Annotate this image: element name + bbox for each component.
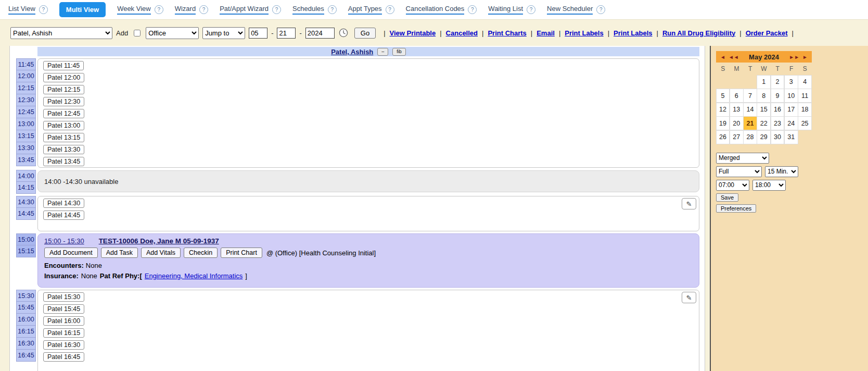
tab-wizard[interactable]: Wizard? (175, 5, 208, 15)
mini-cal-day[interactable]: 4 (798, 75, 812, 89)
mini-cal-day[interactable]: 19 (716, 116, 730, 130)
prev-month-icon[interactable]: ◄ (719, 54, 727, 60)
mini-cal-day[interactable]: 13 (730, 103, 744, 117)
mini-cal-day[interactable]: 16 (771, 103, 785, 117)
mini-cal-day[interactable]: 8 (757, 89, 771, 103)
tab-help-icon[interactable]: ? (328, 5, 337, 14)
slot-button[interactable]: Patel 16:45 (43, 352, 84, 362)
tab-help-icon[interactable]: ? (272, 5, 281, 14)
mini-cal-day[interactable]: 28 (743, 130, 757, 144)
fast-next-icon[interactable]: ►► (787, 54, 801, 60)
mini-cal-day[interactable]: 25 (798, 116, 812, 130)
slot-button[interactable]: Patel 13:30 (43, 145, 84, 154)
next-month-icon[interactable]: ► (801, 54, 809, 60)
slot-button[interactable]: Patel 11:45 (43, 61, 84, 70)
appt-action-print-chart[interactable]: Print Chart (221, 248, 262, 258)
slot-button[interactable]: Patel 13:45 (43, 157, 84, 166)
slot-button[interactable]: Patel 12:30 (43, 97, 84, 106)
go-button[interactable]: Go (354, 28, 376, 39)
mini-cal-day[interactable]: 3 (784, 75, 798, 89)
end-time-select[interactable]: 18:00 (752, 180, 786, 191)
date-day-input[interactable] (277, 28, 296, 39)
interval-select[interactable]: 15 Min. (765, 166, 798, 177)
clock-icon[interactable] (338, 28, 349, 38)
mini-cal-day[interactable]: 17 (784, 103, 798, 117)
mini-cal-day[interactable]: 18 (798, 103, 812, 117)
mini-cal-day[interactable]: 27 (730, 130, 744, 144)
tab-label[interactable]: Multi View (59, 2, 106, 17)
slot-button[interactable]: Patel 12:45 (43, 109, 84, 118)
appointment-block[interactable]: 15:00 - 15:30 TEST-10006 Doe, Jane M 05-… (37, 233, 699, 288)
toolbar-link-view-printable[interactable]: View Printable (390, 29, 436, 37)
mini-cal-day[interactable]: 23 (771, 116, 785, 130)
mini-cal-day[interactable]: 5 (716, 89, 730, 103)
slot-button[interactable]: Patel 16:15 (43, 328, 84, 338)
appt-action-add-vitals[interactable]: Add Vitals (141, 248, 181, 258)
mini-cal-day[interactable]: 1 (757, 75, 771, 89)
ref-phy-link[interactable]: Engineering, Medical Informatics (145, 272, 243, 280)
fib-button[interactable]: fib (392, 48, 406, 56)
toolbar-link-run-all-drug-eligibility[interactable]: Run All Drug Eligibility (662, 29, 735, 37)
facility-select[interactable]: Office (146, 27, 199, 39)
mini-cal-day[interactable]: 12 (716, 103, 730, 117)
tab-cancellation-codes[interactable]: Cancellation Codes? (406, 5, 477, 15)
mini-cal-day[interactable]: 10 (784, 89, 798, 103)
appt-action-checkin[interactable]: Checkin (184, 248, 218, 258)
tab-help-icon[interactable]: ? (527, 5, 535, 14)
appt-action-add-task[interactable]: Add Task (101, 248, 138, 258)
toolbar-link-order-packet[interactable]: Order Packet (746, 29, 788, 37)
mini-cal-day[interactable]: 6 (730, 89, 744, 103)
toolbar-link-print-labels[interactable]: Print Labels (565, 29, 603, 37)
provider-header-link[interactable]: Patel, Ashish (331, 48, 373, 56)
mini-cal-day[interactable]: 20 (730, 116, 744, 130)
tab-label[interactable]: Appt Types (348, 5, 382, 15)
tab-waiting-list[interactable]: Waiting List? (488, 5, 535, 15)
appointment-patient-link[interactable]: TEST-10006 Doe, Jane M 05-09-1937 (99, 237, 219, 245)
edit-icon[interactable]: ✎ (682, 292, 696, 303)
mini-cal-day[interactable]: 24 (784, 116, 798, 130)
tab-help-icon[interactable]: ? (468, 5, 477, 14)
tab-help-icon[interactable]: ? (386, 5, 394, 14)
slot-button[interactable]: Patel 15:30 (43, 292, 84, 302)
tab-help-icon[interactable]: ? (199, 5, 208, 14)
mini-cal-day[interactable]: 14 (743, 103, 757, 117)
slot-button[interactable]: Patel 13:15 (43, 133, 84, 142)
date-month-input[interactable] (249, 28, 267, 39)
mini-cal-day[interactable]: 21 (743, 116, 757, 130)
tab-appt-types[interactable]: Appt Types? (348, 5, 394, 15)
save-button[interactable]: Save (716, 193, 738, 202)
tab-new-scheduler[interactable]: New Scheduler? (547, 5, 605, 15)
slot-button[interactable]: Patel 14:45 (43, 211, 84, 220)
preferences-button[interactable]: Preferences (716, 204, 756, 213)
date-year-input[interactable] (305, 28, 335, 39)
slot-button[interactable]: Patel 15:45 (43, 304, 84, 314)
appointment-time-link[interactable]: 15:00 - 15:30 (44, 237, 84, 245)
toolbar-link-print-labels[interactable]: Print Labels (614, 29, 652, 37)
mini-cal-day[interactable]: 11 (798, 89, 812, 103)
slot-button[interactable]: Patel 14:30 (43, 199, 84, 208)
edit-icon[interactable]: ✎ (682, 198, 696, 209)
mini-cal-day[interactable]: 2 (771, 75, 785, 89)
tab-label[interactable]: Schedules (292, 5, 324, 15)
toolbar-link-print-charts[interactable]: Print Charts (488, 29, 526, 37)
zoom-select[interactable]: Full (716, 166, 762, 177)
appt-action-add-document[interactable]: Add Document (44, 248, 98, 258)
provider-select[interactable]: Patel, Ashish (10, 27, 112, 39)
tab-label[interactable]: Pat/Appt Wizard (220, 5, 269, 15)
toolbar-link-email[interactable]: Email (537, 29, 555, 37)
slot-button[interactable]: Patel 12:00 (43, 73, 84, 82)
slot-button[interactable]: Patel 16:00 (43, 316, 84, 326)
fast-prev-icon[interactable]: ◄◄ (727, 54, 741, 60)
mini-cal-day[interactable]: 26 (716, 130, 730, 144)
mini-cal-day[interactable]: 7 (743, 89, 757, 103)
mini-cal-day[interactable]: 31 (784, 130, 798, 144)
view-mode-select[interactable]: Merged (716, 153, 769, 164)
slot-button[interactable]: Patel 13:00 (43, 121, 84, 130)
tab-label[interactable]: Week View (117, 5, 151, 15)
mini-cal-day[interactable]: 9 (771, 89, 785, 103)
tab-help-icon[interactable]: ? (39, 5, 48, 14)
tab-label[interactable]: Wizard (175, 5, 196, 15)
slot-button[interactable]: Patel 12:15 (43, 85, 84, 94)
tab-label[interactable]: New Scheduler (547, 5, 593, 15)
start-time-select[interactable]: 07:00 (716, 180, 749, 191)
